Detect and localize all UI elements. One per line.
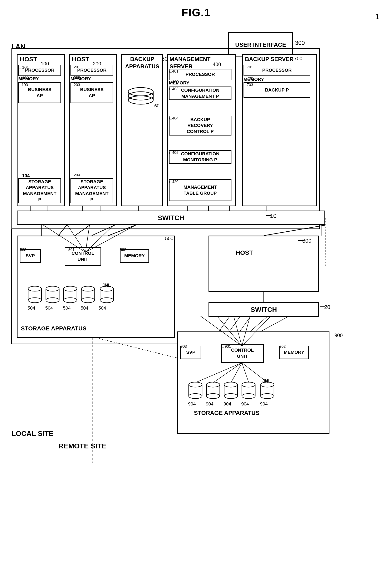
mgmt-processor-label: PROCESSOR [186, 71, 215, 77]
disk900-ref2: 904 [206, 401, 214, 407]
disk500-2 [45, 286, 60, 304]
disk500-ref4: 504 [81, 305, 88, 311]
jnl900 [260, 382, 275, 400]
figure-number: 1 [375, 12, 380, 21]
svg-point-56 [28, 298, 42, 303]
disk500-ref2: 504 [45, 305, 53, 311]
svg-line-98 [86, 224, 90, 252]
mgmt-memory-ref: ∟402 [169, 80, 178, 84]
mgmt-table-label: MANAGEMENTTABLE GROUP [184, 184, 217, 196]
svp900-label: SVP [186, 349, 195, 355]
svg-point-68 [81, 298, 95, 303]
svg-line-109 [242, 363, 249, 383]
backup-server-processor-label: PROCESSOR [262, 67, 292, 73]
cu900-to-disks [179, 363, 284, 384]
fan-lines-500 [17, 224, 163, 257]
disk900-ref4: 904 [241, 401, 249, 407]
backup-recovery-ref: ∟404 [169, 116, 178, 120]
svg-line-100 [86, 224, 138, 252]
host100-processor-ref: ∟101 [18, 65, 29, 70]
host200-memory-ref: ∟202 [70, 76, 80, 80]
dashed-line-local-remote [92, 338, 94, 463]
disk500-4 [80, 286, 96, 304]
ui-ref: 300 [295, 40, 305, 46]
svg-line-110 [242, 363, 268, 383]
jnl500-label: JNL [102, 282, 111, 288]
disk900-ref3: 904 [224, 401, 231, 407]
figure-title: FIG.1 [182, 6, 210, 19]
host200-storagemgmt-box: STORAGEAPPARATUSMANAGEMENTP [70, 178, 113, 203]
svg-point-80 [206, 394, 220, 399]
backup-server-memory-ref: ∟702 [244, 76, 253, 81]
svg-point-92 [261, 394, 274, 399]
svg-point-76 [189, 394, 202, 399]
host100-business-label: BUSINESSAP [28, 87, 51, 99]
switch20-ref: 20 [324, 304, 330, 310]
svg-text:601: 601 [154, 103, 158, 108]
backup-p-box: BACKUP P [244, 82, 310, 98]
disk500-ref3: 504 [63, 305, 71, 311]
svg-point-88 [242, 394, 255, 399]
backup-p-ref: ∟703 [244, 83, 253, 87]
switch20-label: SWITCH [251, 306, 277, 314]
host100-business-ref: ∟103 [18, 83, 28, 87]
svg-line-102 [217, 316, 242, 346]
storage500-label: STORAGE APPARATUS [21, 325, 86, 332]
backup-apparatus-box [121, 54, 163, 206]
backup-server-processor-ref: ∟701 [244, 65, 253, 69]
storage900-ref-label: -900 [333, 333, 343, 338]
disk900-ref1: 904 [188, 401, 196, 407]
disk900-4 [241, 382, 256, 400]
host100-memory-ref: ∟102 [18, 76, 29, 80]
backup-p-label: BACKUP P [265, 87, 289, 93]
storage500-ref-label: -500 [164, 236, 174, 241]
host200-storagemgmt-ref-label: ∟204 [70, 173, 80, 177]
host200-processor-label: PROCESSOR [77, 67, 106, 73]
host100-label: HOST [20, 56, 37, 63]
host200-business-label: BUSINESSAP [80, 87, 104, 99]
svg-point-63 [64, 286, 77, 291]
config-monitoring-ref: ∟405 [169, 150, 178, 155]
disk500-1 [27, 286, 43, 304]
host100-storagemgmt-box: STORAGEAPPARATUSMANAGEMENTP [18, 178, 61, 203]
host100-storagemgmt-label: STORAGEAPPARATUSMANAGEMENTP [23, 179, 56, 203]
svg-point-60 [46, 298, 59, 303]
host100-processor-label: PROCESSOR [25, 67, 54, 73]
backup-server-processor-box: PROCESSOR [244, 65, 310, 76]
config-mgmt-ref: ∟403 [169, 87, 178, 91]
host100-storagemgmt-ref-label: ∟104 [18, 173, 30, 178]
backup-recovery-label: BACKUPRECOVERYCONTROL P [186, 117, 214, 135]
host800-label: HOST [236, 249, 253, 256]
memory900-label: MEMORY [284, 349, 304, 355]
svg-line-97 [67, 224, 86, 252]
disk900-1 [188, 382, 203, 400]
svg-point-64 [64, 298, 77, 303]
jnl500 [99, 286, 115, 304]
svg-line-96 [42, 224, 86, 252]
ui-box-label: USER INTERFACE [235, 41, 286, 48]
svg-point-72 [100, 298, 114, 303]
backup-server-ref: 700 [294, 56, 302, 61]
svg-line-108 [231, 363, 242, 383]
storage900-label: STORAGE APPARATUS [194, 410, 260, 416]
disk500-ref5: 504 [98, 305, 106, 311]
svg-point-67 [81, 286, 95, 291]
disk900-2 [206, 382, 221, 400]
disk900-ref5: 904 [260, 401, 268, 407]
mgmt-table-ref: ∟420 [169, 180, 178, 184]
mgmt-server-ref-sub: 400 [213, 61, 221, 67]
disk900-3 [223, 382, 239, 400]
svg-line-107 [213, 363, 242, 383]
svg-line-101 [200, 316, 242, 346]
host200-processor-ref: ∟201 [70, 65, 80, 69]
disk500-ref1: 504 [28, 305, 35, 311]
switch20-box: SWITCH [208, 302, 319, 317]
config-monitoring-label: CONFIGURATIONMONITORING P [181, 151, 219, 163]
backup-apparatus-label: BACKUPAPPARATUS [124, 56, 161, 70]
cloud-graphic: 601 [123, 81, 158, 115]
disk500-3 [62, 286, 78, 304]
svg-point-59 [46, 286, 59, 291]
switch-box: SWITCH [17, 211, 325, 225]
cu900-label: CONTROLUNIT [231, 347, 254, 359]
svg-line-106 [196, 363, 242, 383]
